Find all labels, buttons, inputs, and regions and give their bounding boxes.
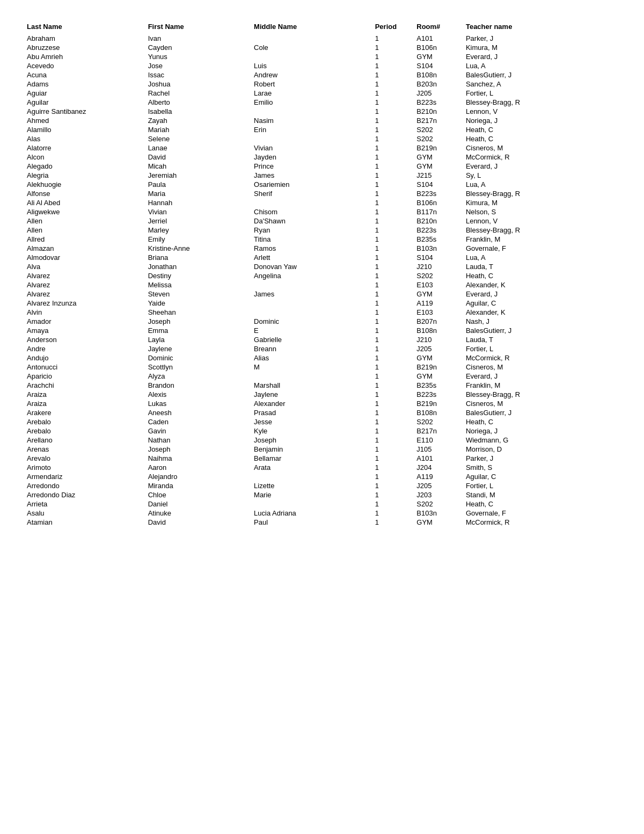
cell-teacher: Everard, J: [466, 52, 617, 61]
cell-teacher: Heath, C: [466, 499, 617, 509]
cell-period: 1: [375, 207, 417, 216]
table-row: AcunaIssacAndrew1B108nBalesGutierr, J: [27, 70, 617, 79]
cell-last-name: Abruzzese: [27, 43, 148, 52]
cell-first-name: Alyza: [148, 372, 254, 381]
cell-period: 1: [375, 98, 417, 107]
cell-last-name: Alas: [27, 134, 148, 143]
cell-teacher: Nash, J: [466, 317, 617, 326]
header-room: Room#: [416, 21, 466, 34]
cell-room: B235s: [416, 381, 466, 390]
cell-room: B108n: [416, 326, 466, 335]
cell-last-name: Araiza: [27, 399, 148, 408]
cell-last-name: Aguiar: [27, 89, 148, 98]
cell-room: J105: [416, 445, 466, 454]
table-row: AllenMarleyRyan1B223sBlessey-Bragg, R: [27, 226, 617, 235]
cell-period: 1: [375, 134, 417, 143]
cell-period: 1: [375, 509, 417, 518]
cell-period: 1: [375, 289, 417, 299]
cell-teacher: Wiedmann, G: [466, 436, 617, 445]
cell-first-name: Vivian: [148, 207, 254, 216]
cell-last-name: Aparicio: [27, 372, 148, 381]
cell-first-name: Joshua: [148, 79, 254, 89]
cell-first-name: Mariah: [148, 125, 254, 134]
cell-first-name: Sheehan: [148, 308, 254, 317]
table-row: AndujoDominicAlias1GYMMcCormick, R: [27, 353, 617, 362]
cell-teacher: Lua, A: [466, 253, 617, 262]
cell-last-name: Amaya: [27, 326, 148, 335]
cell-last-name: Aligwekwe: [27, 207, 148, 216]
cell-room: E110: [416, 436, 466, 445]
cell-teacher: Franklin, M: [466, 381, 617, 390]
cell-teacher: Parker, J: [466, 34, 617, 43]
cell-first-name: Aaron: [148, 463, 254, 472]
table-row: AlatorreLanaeVivian1B219nCisneros, M: [27, 143, 617, 153]
table-row: AbruzzeseCaydenCole1B106nKimura, M: [27, 43, 617, 52]
cell-room: B219n: [416, 399, 466, 408]
cell-period: 1: [375, 518, 417, 527]
cell-teacher: Cisneros, M: [466, 362, 617, 372]
cell-last-name: Arredondo Diaz: [27, 490, 148, 499]
cell-room: J205: [416, 344, 466, 353]
table-row: AtamianDavidPaul1GYMMcCormick, R: [27, 518, 617, 527]
table-row: ArebaloGavinKyle1B217nNoriega, J: [27, 426, 617, 436]
header-last-name: Last Name: [27, 21, 148, 34]
cell-last-name: Arenas: [27, 445, 148, 454]
cell-teacher: Heath, C: [466, 134, 617, 143]
cell-middle-name: [254, 299, 375, 308]
cell-first-name: Jose: [148, 61, 254, 70]
cell-room: GYM: [416, 518, 466, 527]
cell-first-name: Jaylene: [148, 344, 254, 353]
cell-room: GYM: [416, 289, 466, 299]
cell-teacher: Fortier, L: [466, 481, 617, 490]
cell-last-name: Alvarez Inzunza: [27, 299, 148, 308]
cell-last-name: Ahmed: [27, 116, 148, 125]
cell-last-name: Alegado: [27, 162, 148, 171]
cell-last-name: Aguilar: [27, 98, 148, 107]
cell-teacher: Alexander, K: [466, 280, 617, 289]
cell-middle-name: Ryan: [254, 226, 375, 235]
cell-last-name: Anderson: [27, 335, 148, 344]
cell-middle-name: Benjamin: [254, 445, 375, 454]
cell-first-name: Yunus: [148, 52, 254, 61]
cell-middle-name: M: [254, 362, 375, 372]
cell-last-name: Alekhuogie: [27, 180, 148, 189]
cell-middle-name: Da'Shawn: [254, 216, 375, 226]
cell-period: 1: [375, 335, 417, 344]
cell-teacher: Blessey-Bragg, R: [466, 189, 617, 198]
table-row: Arredondo DiazChloeMarie1J203Standi, M: [27, 490, 617, 499]
cell-first-name: Dominic: [148, 353, 254, 362]
cell-last-name: Arachchi: [27, 381, 148, 390]
cell-first-name: Nathan: [148, 436, 254, 445]
cell-first-name: Maria: [148, 189, 254, 198]
table-row: ArrietaDaniel1S202Heath, C: [27, 499, 617, 509]
cell-room: B219n: [416, 362, 466, 372]
cell-middle-name: Andrew: [254, 70, 375, 79]
cell-middle-name: Jaylene: [254, 390, 375, 399]
cell-middle-name: Lucia Adriana: [254, 509, 375, 518]
cell-last-name: Arellano: [27, 436, 148, 445]
cell-last-name: Arrieta: [27, 499, 148, 509]
cell-middle-name: Emilio: [254, 98, 375, 107]
cell-teacher: Fortier, L: [466, 344, 617, 353]
cell-period: 1: [375, 143, 417, 153]
table-row: AlasSelene1S202Heath, C: [27, 134, 617, 143]
cell-last-name: Andujo: [27, 353, 148, 362]
cell-middle-name: Paul: [254, 518, 375, 527]
cell-first-name: Yaide: [148, 299, 254, 308]
cell-period: 1: [375, 116, 417, 125]
cell-first-name: Scottlyn: [148, 362, 254, 372]
cell-teacher: Fortier, L: [466, 89, 617, 98]
cell-period: 1: [375, 52, 417, 61]
cell-teacher: Heath, C: [466, 125, 617, 134]
table-row: Alvarez InzunzaYaide1A119Aguilar, C: [27, 299, 617, 308]
cell-period: 1: [375, 171, 417, 180]
table-row: AllredEmilyTitina1B235sFranklin, M: [27, 235, 617, 244]
cell-first-name: Alexis: [148, 390, 254, 399]
cell-last-name: Armendariz: [27, 472, 148, 481]
cell-period: 1: [375, 280, 417, 289]
table-row: AlamilloMariahErin1S202Heath, C: [27, 125, 617, 134]
cell-last-name: Acuna: [27, 70, 148, 79]
cell-first-name: Marley: [148, 226, 254, 235]
table-row: ArredondoMirandaLizette1J205Fortier, L: [27, 481, 617, 490]
cell-room: B108n: [416, 408, 466, 417]
